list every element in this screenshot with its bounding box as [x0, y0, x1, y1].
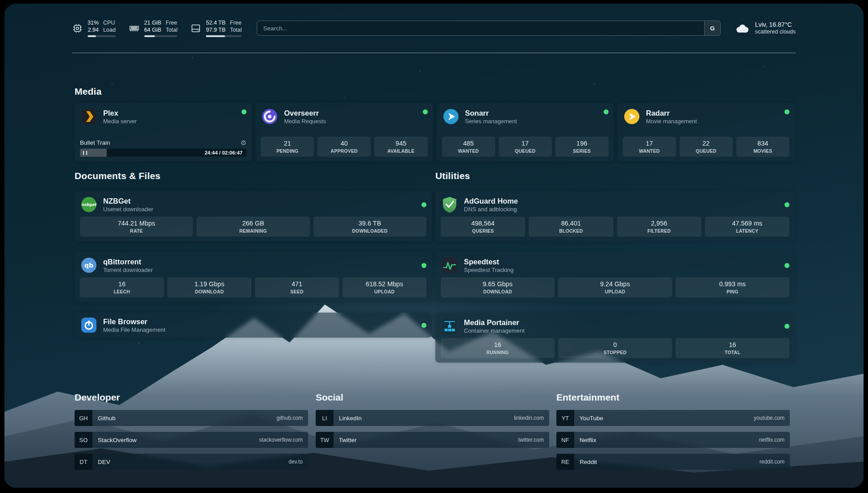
- bookmark-name: DEV: [98, 459, 110, 465]
- memory-widget: 21 GiB Free 64 GiB Total: [129, 19, 178, 37]
- svg-text:nzbget: nzbget: [82, 202, 97, 207]
- stat-remaining: 266 GBREMAINING: [196, 217, 309, 237]
- bookmark-name: Netflix: [580, 437, 597, 443]
- cpu-label-2: Load: [103, 26, 116, 33]
- memory-free: 21 GiB: [144, 19, 161, 26]
- bookmark-url: netflix.com: [759, 437, 785, 443]
- stat-queued: 17QUEUED: [499, 137, 552, 157]
- bookmark-github[interactable]: GH Github github.com: [75, 410, 308, 426]
- disk-progress-fill: [206, 35, 225, 37]
- bookmark-linkedin[interactable]: LI LinkedIn linkedin.com: [316, 410, 549, 426]
- stat-approved: 40APPROVED: [317, 137, 371, 157]
- settings-gear-icon[interactable]: ⚙: [241, 139, 246, 146]
- memory-label-1: Free: [166, 19, 177, 26]
- bookmark-netflix[interactable]: NF Netflix netflix.com: [556, 432, 790, 448]
- pause-icon[interactable]: [83, 151, 87, 155]
- bookmark-stackoverflow[interactable]: SO StackOverflow stackoverflow.com: [75, 432, 308, 448]
- stat-queries: 498,564QUERIES: [441, 217, 525, 237]
- bookmark-abbr: TW: [316, 432, 334, 448]
- status-dot: [242, 109, 246, 114]
- cpu-widget: 31% CPU 2.94 Load: [72, 19, 116, 37]
- memory-label-2: Total: [166, 26, 177, 33]
- card-portainer[interactable]: Media Portainer Container management 16R…: [435, 313, 795, 363]
- qbittorrent-icon: qb: [80, 256, 98, 274]
- section-title-utilities: Utilities: [435, 170, 470, 182]
- search-provider-button[interactable]: G: [704, 21, 720, 35]
- bookmark-abbr: LI: [316, 410, 334, 426]
- system-widgets: 31% CPU 2.94 Load: [72, 19, 242, 37]
- card-title: Media Portainer: [464, 318, 779, 327]
- bookmarks-title: Entertainment: [556, 392, 790, 403]
- stat-latency: 47.569 msLATENCY: [705, 217, 789, 237]
- bookmark-url: github.com: [276, 415, 303, 421]
- card-subtitle: DNS and adblocking: [464, 206, 779, 213]
- sonarr-icon: [442, 108, 460, 125]
- nzbget-icon: nzbget: [80, 196, 98, 213]
- header-divider: [72, 53, 796, 53]
- card-speedtest[interactable]: Speedtest Speedtest Tracking 9.65 GbpsDO…: [435, 252, 795, 302]
- cpu-load: 2.94: [88, 26, 99, 33]
- bookmark-youtube[interactable]: YT YouTube youtube.com: [556, 410, 790, 426]
- bookmarks-developer: Developer GH Github github.com SO StackO…: [75, 392, 308, 470]
- card-nzbget[interactable]: nzbget NZBGet Usenet downloader 744.21 M…: [75, 191, 432, 241]
- weather-condition: scattered clouds: [755, 29, 796, 35]
- bookmark-name: LinkedIn: [339, 415, 362, 422]
- stat-ping: 0.993 msPING: [676, 277, 789, 297]
- cpu-progress-fill: [88, 35, 96, 37]
- stat-queued: 22QUEUED: [680, 137, 733, 157]
- stat-upload: 618.52 MbpsUPLOAD: [342, 277, 426, 297]
- card-adguard[interactable]: AdGuard Home DNS and adblocking 498,564Q…: [435, 191, 795, 241]
- search-bar[interactable]: G: [257, 21, 721, 36]
- card-radarr[interactable]: Radarr Movie management 17WANTED 22QUEUE…: [618, 103, 795, 161]
- stat-download: 1.19 GbpsDOWNLOAD: [167, 277, 251, 297]
- bookmark-abbr: DT: [75, 454, 92, 470]
- bookmark-abbr: YT: [556, 410, 574, 426]
- card-sonarr[interactable]: Sonarr Series management 485WANTED 17QUE…: [437, 103, 614, 161]
- status-dot: [423, 109, 428, 114]
- bookmark-url: linkedin.com: [514, 415, 544, 421]
- plex-icon: [80, 108, 98, 125]
- card-title: AdGuard Home: [464, 196, 779, 205]
- bookmark-reddit[interactable]: RE Reddit reddit.com: [556, 454, 790, 470]
- stat-total: 16TOTAL: [676, 338, 789, 358]
- search-input[interactable]: [257, 21, 704, 35]
- bookmark-name: StackOverflow: [98, 437, 137, 443]
- bookmark-name: Reddit: [580, 459, 597, 465]
- card-overseerr[interactable]: Overseerr Media Requests 21PENDING 40APP…: [255, 103, 433, 161]
- card-title: Sonarr: [465, 109, 598, 117]
- weather-location-temp: Lviv, 16.87°C: [755, 21, 796, 29]
- bookmark-name: Twitter: [339, 437, 357, 443]
- disk-label-2: Total: [230, 26, 242, 33]
- bookmark-abbr: RE: [556, 454, 574, 470]
- card-qbittorrent[interactable]: qb qBittorrent Torrent downloader 16LEEC…: [75, 252, 432, 302]
- disk-icon: [191, 23, 201, 33]
- bookmark-abbr: NF: [556, 432, 574, 448]
- section-title-media: Media: [75, 86, 102, 97]
- card-filebrowser[interactable]: File Browser Media File Management: [75, 313, 432, 338]
- stat-download: 9.65 GbpsDOWNLOAD: [441, 277, 555, 297]
- stat-filtered: 2,956FILTERED: [617, 217, 701, 237]
- stat-rate: 744.21 MbpsRATE: [80, 217, 193, 237]
- card-title: qBittorrent: [103, 257, 416, 266]
- radarr-icon: [623, 108, 641, 125]
- status-dot: [785, 109, 789, 114]
- stat-seed: 471SEED: [255, 277, 339, 297]
- card-subtitle: Torrent downloader: [103, 267, 416, 274]
- disk-widget: 52.4 TB Free 97.9 TB Total: [191, 19, 242, 37]
- status-dot: [785, 263, 789, 268]
- bookmark-dev[interactable]: DT DEV dev.to: [75, 454, 308, 470]
- dashboard-window: 31% CPU 2.94 Load: [4, 4, 864, 488]
- plex-progress-bar[interactable]: 24:44 / 02:06:47: [80, 149, 246, 157]
- card-subtitle: Media File Management: [103, 326, 416, 334]
- adguard-icon: [441, 196, 459, 213]
- plex-now-playing: Bullet Train: [80, 139, 110, 146]
- card-plex[interactable]: Plex Media server Bullet Train ⚙ 24:44 /…: [75, 103, 252, 161]
- disk-free: 52.4 TB: [206, 19, 225, 26]
- stat-series: 196SERIES: [555, 137, 609, 157]
- stat-pending: 21PENDING: [261, 137, 314, 157]
- bookmark-twitter[interactable]: TW Twitter twitter.com: [316, 432, 549, 448]
- disk-progress-track: [206, 35, 242, 37]
- disk-total: 97.9 TB: [206, 26, 225, 33]
- plex-progress-fill: [80, 149, 107, 157]
- memory-icon: [129, 23, 139, 33]
